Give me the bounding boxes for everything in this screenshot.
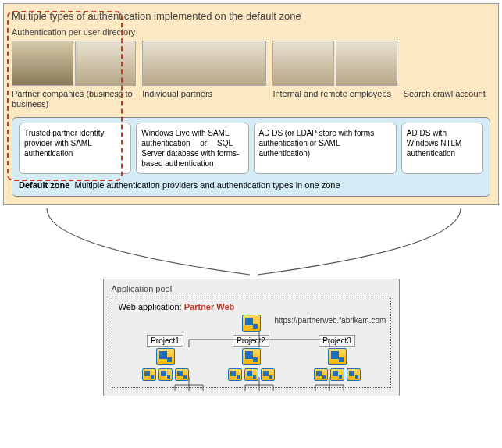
image-partner-companies (12, 41, 136, 86)
col-employees: Internal and remote employees (272, 41, 397, 111)
site-project1-icon (156, 348, 175, 365)
connector-area (0, 208, 502, 279)
auth-box-employees: AD DS (or LDAP store with forms authenti… (254, 123, 397, 174)
main-title: Multiple types of authentication impleme… (12, 10, 490, 22)
col-partner-companies: Partner companies (business to business) (12, 41, 136, 111)
project2-label: Project2 (233, 335, 269, 347)
site-leaf-icon (158, 368, 173, 381)
col-individual-partners: Individual partners (142, 41, 266, 111)
site-project3-icon (328, 348, 347, 365)
auth-box-search: AD DS with Windows NTLM authentication (401, 123, 483, 174)
project-col-2: Project2 (228, 335, 275, 381)
site-leaf-icon (330, 368, 344, 381)
site-leaf-icon (142, 368, 156, 381)
zone-container: Multiple types of authentication impleme… (3, 3, 499, 205)
auth-box-partner: Trusted partner identity provider with S… (19, 123, 131, 174)
webapp-title: Web application: Partner Web (119, 302, 384, 311)
site-leaf-icon (175, 368, 189, 381)
col-search-crawl: Search crawl account (404, 41, 490, 111)
site-leaf-icon (261, 368, 275, 381)
project3-label: Project3 (319, 335, 355, 347)
app-pool-container: Application pool Web application: Partne… (103, 279, 400, 396)
image-individual-partners (142, 41, 266, 86)
site-leaf-icon (228, 368, 242, 381)
image-employees (272, 41, 397, 86)
webapp-name: Partner Web (184, 302, 235, 311)
default-zone-label: Default zone Multiple authentication pro… (19, 180, 483, 190)
connector-lines-icon (0, 208, 502, 279)
site-tree: https://partnerweb.fabrikam.com (119, 315, 384, 381)
site-leaf-icon (347, 368, 361, 381)
project-col-3: Project3 (314, 335, 361, 381)
leaf-row-1 (142, 368, 189, 381)
leaf-row-3 (314, 368, 361, 381)
project1-label: Project1 (147, 335, 183, 347)
leaf-row-2 (228, 368, 275, 381)
auth-box-individual: Windows Live with SAML authentication —o… (136, 123, 248, 174)
project-col-1: Project1 (142, 335, 189, 381)
label-employees: Internal and remote employees (272, 89, 397, 111)
site-leaf-icon (314, 368, 328, 381)
label-individual-partners: Individual partners (142, 89, 266, 111)
label-partner-companies: Partner companies (business to business) (12, 89, 136, 111)
site-project2-icon (242, 348, 261, 365)
default-zone-box: Trusted partner identity provider with S… (12, 117, 490, 197)
auth-boxes-row: Trusted partner identity provider with S… (19, 123, 483, 174)
project-row: Project1 Project2 (142, 335, 361, 381)
label-search-crawl: Search crawl account (404, 89, 490, 111)
site-leaf-icon (244, 368, 258, 381)
app-pool-title: Application pool (112, 284, 391, 293)
webapp-box: Web application: Partner Web https://par… (112, 297, 391, 388)
webapp-url: https://partnerweb.fabrikam.com (275, 316, 386, 325)
site-root-icon (242, 315, 261, 332)
user-category-columns: Partner companies (business to business)… (12, 41, 490, 111)
sub-title: Authentication per user directory (12, 27, 490, 37)
